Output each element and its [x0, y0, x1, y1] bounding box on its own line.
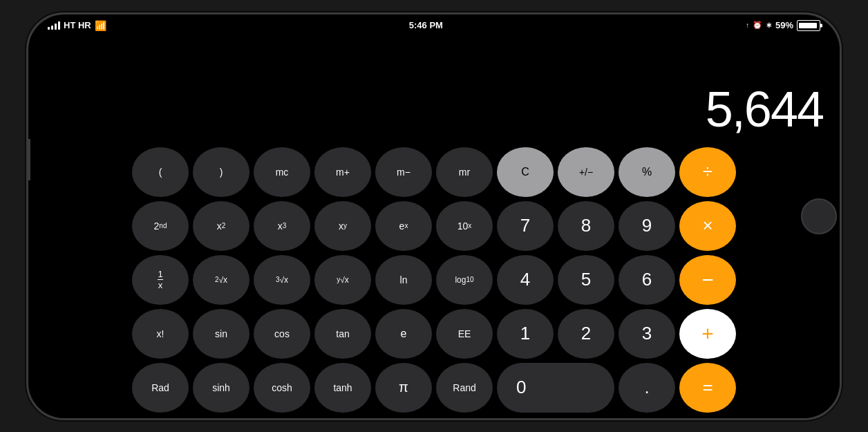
buttons-area: ( ) mc m+ m− mr C +/− % ÷ 2nd x2 x3 xy e…	[28, 144, 840, 418]
fraction-display: 1 x	[158, 270, 162, 290]
one-over-x-button[interactable]: 1 x	[132, 255, 189, 305]
y-root-button[interactable]: y√x	[314, 255, 371, 305]
tanh-button[interactable]: tanh	[314, 363, 371, 413]
display-area: 5,644	[28, 34, 840, 144]
status-left: HT HR 📶	[48, 20, 106, 31]
ten-to-x-button[interactable]: 10x	[436, 201, 493, 251]
mr-button[interactable]: mr	[436, 147, 493, 197]
subtract-button[interactable]: −	[679, 255, 736, 305]
cos-button[interactable]: cos	[254, 309, 310, 359]
battery-icon	[797, 20, 820, 31]
add-button[interactable]: +	[679, 309, 736, 359]
time-display: 5:46 PM	[409, 20, 443, 30]
button-row-1: ( ) mc m+ m− mr C +/− % ÷	[35, 147, 833, 197]
m-plus-button[interactable]: m+	[314, 147, 371, 197]
button-row-4: x! sin cos tan e EE 1 2 3 +	[35, 309, 833, 359]
five-button[interactable]: 5	[558, 255, 614, 305]
rand-button[interactable]: Rand	[436, 363, 493, 413]
phone-frame: HT HR 📶 5:46 PM ↑ ⏰ ∗ 59% 5,644	[26, 12, 842, 420]
location-icon: ↑	[746, 21, 749, 29]
pi-button[interactable]: π	[375, 363, 432, 413]
clear-button[interactable]: C	[497, 147, 554, 197]
cosh-button[interactable]: cosh	[254, 363, 310, 413]
display-number: 5,644	[706, 81, 823, 138]
mc-button[interactable]: mc	[254, 147, 310, 197]
home-button[interactable]	[801, 198, 837, 234]
wifi-icon: 📶	[95, 20, 106, 31]
zero-button[interactable]: 0	[497, 363, 614, 413]
alarm-icon: ⏰	[753, 21, 762, 30]
one-button[interactable]: 1	[497, 309, 554, 359]
e-button[interactable]: e	[375, 309, 432, 359]
x-to-y-button[interactable]: xy	[314, 201, 371, 251]
two-button[interactable]: 2	[558, 309, 614, 359]
sinh-button[interactable]: sinh	[193, 363, 249, 413]
eight-button[interactable]: 8	[558, 201, 614, 251]
second-button[interactable]: 2nd	[132, 201, 189, 251]
battery-label: 59%	[775, 20, 793, 30]
phone-screen: HT HR 📶 5:46 PM ↑ ⏰ ∗ 59% 5,644	[28, 15, 840, 418]
nine-button[interactable]: 9	[619, 201, 675, 251]
x-cubed-button[interactable]: x3	[254, 201, 310, 251]
multiply-button[interactable]: ×	[679, 201, 736, 251]
sin-button[interactable]: sin	[193, 309, 249, 359]
volume-button	[27, 139, 30, 180]
divide-button[interactable]: ÷	[679, 147, 736, 197]
rad-button[interactable]: Rad	[132, 363, 189, 413]
log10-button[interactable]: log10	[436, 255, 493, 305]
ee-button[interactable]: EE	[436, 309, 493, 359]
bluetooth-icon: ∗	[766, 21, 772, 30]
x-squared-button[interactable]: x2	[193, 201, 249, 251]
decimal-button[interactable]: .	[619, 363, 675, 413]
seven-button[interactable]: 7	[497, 201, 554, 251]
status-bar: HT HR 📶 5:46 PM ↑ ⏰ ∗ 59%	[28, 15, 840, 34]
four-button[interactable]: 4	[497, 255, 554, 305]
button-row-2: 2nd x2 x3 xy ex 10x 7 8 9 ×	[35, 201, 833, 251]
tan-button[interactable]: tan	[314, 309, 371, 359]
plus-minus-button[interactable]: +/−	[558, 147, 614, 197]
open-paren-button[interactable]: (	[132, 147, 189, 197]
e-to-x-button[interactable]: ex	[375, 201, 432, 251]
close-paren-button[interactable]: )	[193, 147, 249, 197]
carrier-label: HT HR	[64, 20, 91, 30]
m-minus-button[interactable]: m−	[375, 147, 432, 197]
signal-bars-icon	[48, 21, 60, 30]
status-right: ↑ ⏰ ∗ 59%	[746, 20, 820, 31]
percent-button[interactable]: %	[619, 147, 675, 197]
equals-button[interactable]: =	[679, 363, 736, 413]
cube-root-button[interactable]: 3√x	[254, 255, 310, 305]
factorial-button[interactable]: x!	[132, 309, 189, 359]
six-button[interactable]: 6	[619, 255, 675, 305]
three-button[interactable]: 3	[619, 309, 675, 359]
sqrt-button[interactable]: 2√x	[193, 255, 249, 305]
button-row-5: Rad sinh cosh tanh π Rand 0 . =	[35, 363, 833, 413]
button-row-3: 1 x 2√x 3√x y√x ln log10 4 5 6 −	[35, 255, 833, 305]
ln-button[interactable]: ln	[375, 255, 432, 305]
